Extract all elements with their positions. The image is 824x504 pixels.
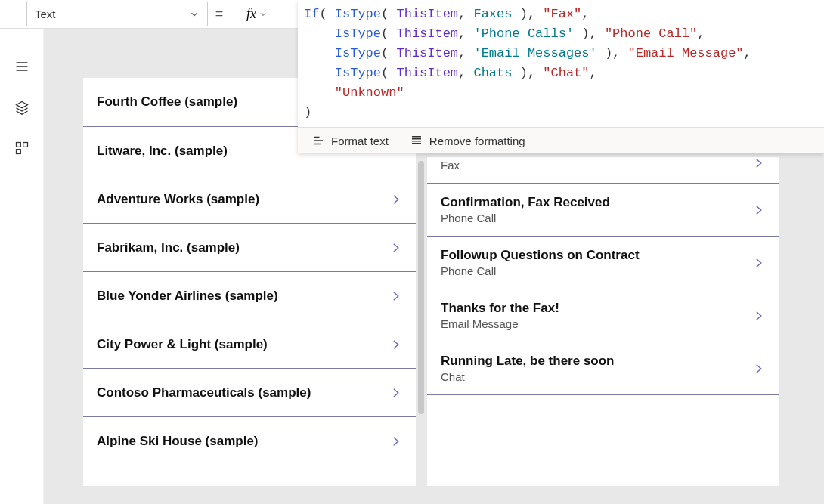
activity-subtitle: Email Message (441, 317, 559, 330)
account-title: City Power & Light (sample) (97, 337, 268, 352)
account-item[interactable]: City Power & Light (sample) (83, 320, 416, 369)
account-item[interactable]: Alpine Ski House (sample) (83, 416, 416, 465)
activities-gallery: Fax Confirmation, Fax ReceivedPhone Call… (427, 157, 779, 486)
left-sidebar (0, 29, 44, 504)
account-title: Fabrikam, Inc. (sample) (97, 240, 240, 255)
account-title: Adventure Works (sample) (97, 192, 259, 207)
equals-label: = (208, 0, 231, 28)
chevron-down-icon (259, 10, 268, 19)
remove-formatting-button[interactable]: Remove formatting (410, 134, 525, 147)
activity-title: Thanks for the Fax! (441, 301, 559, 316)
account-title: Blue Yonder Airlines (sample) (97, 289, 278, 304)
svg-rect-2 (16, 150, 20, 154)
activity-item[interactable]: Followup Questions on ContractPhone Call (427, 237, 779, 289)
chevron-right-icon (389, 237, 402, 258)
activity-item[interactable]: Running Late, be there soonChat (427, 342, 779, 395)
activity-item[interactable]: Thanks for the Fax!Email Message (427, 289, 779, 342)
format-text-button[interactable]: Format text (311, 134, 389, 147)
formula-editor[interactable]: If( IsType( ThisItem, Faxes ), "Fax", Is… (298, 0, 824, 127)
format-text-label: Format text (331, 135, 389, 147)
account-title: Contoso Pharmaceuticals (sample) (97, 385, 311, 400)
apps-icon[interactable] (13, 139, 31, 157)
chevron-right-icon (389, 431, 402, 452)
activity-item-partial[interactable]: Fax (427, 157, 779, 184)
formula-toolbar: Format text Remove formatting (298, 127, 824, 153)
activity-title: Running Late, be there soon (441, 354, 615, 369)
property-selector[interactable]: Text (26, 2, 208, 26)
fx-button[interactable]: fx (231, 0, 283, 28)
activity-subtitle: Chat (441, 370, 615, 383)
formula-bar-expanded: If( IsType( ThisItem, Faxes ), "Fax", Is… (298, 0, 824, 153)
chevron-right-icon (389, 189, 402, 210)
chevron-right-icon (751, 153, 765, 174)
activity-title: Confirmation, Fax Received (441, 195, 610, 210)
chevron-down-icon (189, 9, 200, 20)
account-title: Litware, Inc. (sample) (97, 144, 228, 159)
activity-title: Followup Questions on Contract (441, 248, 640, 263)
layers-icon[interactable] (13, 98, 31, 116)
chevron-right-icon (751, 199, 765, 221)
format-text-icon (311, 134, 325, 147)
chevron-right-icon (389, 286, 402, 307)
account-title: Fourth Coffee (sample) (97, 94, 237, 110)
scrollbar[interactable] (418, 161, 424, 414)
account-item[interactable]: Adventure Works (sample) (83, 175, 416, 224)
fx-label: fx (246, 6, 256, 22)
account-item[interactable]: Contoso Pharmaceuticals (sample) (83, 368, 416, 417)
activity-subtitle: Phone Call (441, 212, 610, 224)
activity-subtitle: Phone Call (441, 264, 640, 277)
chevron-right-icon (751, 358, 765, 379)
account-item[interactable]: Fabrikam, Inc. (sample) (83, 223, 416, 272)
remove-formatting-icon (410, 134, 423, 147)
svg-rect-1 (23, 143, 27, 147)
chevron-right-icon (389, 382, 402, 404)
property-selector-value: Text (35, 8, 56, 20)
gallery-separator (416, 157, 427, 486)
hamburger-icon[interactable] (13, 57, 31, 76)
activity-item[interactable]: Confirmation, Fax ReceivedPhone Call (427, 184, 779, 237)
svg-rect-0 (16, 143, 20, 147)
chevron-right-icon (389, 334, 402, 355)
account-title: Alpine Ski House (sample) (97, 434, 259, 449)
chevron-right-icon (751, 305, 765, 326)
activity-subtitle: Fax (441, 159, 460, 172)
account-item[interactable]: Blue Yonder Airlines (sample) (83, 271, 416, 320)
chevron-right-icon (751, 252, 765, 274)
remove-formatting-label: Remove formatting (429, 135, 525, 147)
